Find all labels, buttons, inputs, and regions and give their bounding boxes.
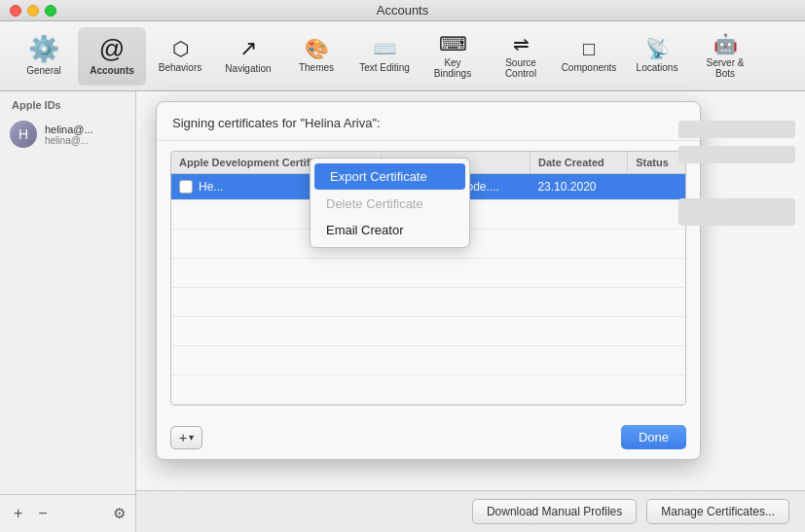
add-icon: +: [179, 430, 187, 445]
window-title: Accounts: [377, 3, 428, 18]
toolbar-item-key-bindings[interactable]: ⌨ Key Bindings: [419, 27, 487, 86]
server-bots-icon: 🤖: [714, 34, 738, 53]
toolbar-label-key-bindings: Key Bindings: [424, 57, 481, 79]
source-control-icon: ⇌: [513, 34, 530, 53]
toolbar-item-server-bots[interactable]: 🤖 Server & Bots: [691, 27, 759, 86]
toolbar-label-text-editing: Text Editing: [359, 62, 410, 73]
cert-name: He...: [199, 180, 223, 194]
add-certificate-button[interactable]: + ▾: [170, 426, 202, 449]
maximize-button[interactable]: [45, 5, 56, 17]
minimize-button[interactable]: [27, 5, 39, 17]
placeholder-2: [678, 146, 795, 163]
placeholder-1: [678, 121, 795, 138]
avatar-char: H: [18, 126, 28, 142]
traffic-lights: [10, 5, 56, 17]
behaviors-icon: ⬡: [172, 39, 189, 58]
components-icon: □: [583, 39, 595, 58]
toolbar-item-accounts[interactable]: @ Accounts: [78, 27, 146, 86]
placeholder-3: [678, 198, 795, 226]
themes-icon: 🎨: [305, 39, 329, 58]
toolbar-label-source-control: Source Control: [493, 57, 549, 79]
table-row-empty-7: [171, 375, 685, 405]
toolbar-label-accounts: Accounts: [90, 65, 134, 76]
table-row-empty-6: [171, 346, 685, 375]
right-placeholders: [678, 121, 795, 226]
context-menu-item-email[interactable]: Email Creator: [311, 217, 469, 243]
cert-checkbox[interactable]: [179, 180, 193, 194]
close-button[interactable]: [10, 5, 21, 17]
toolbar-label-components: Components: [562, 62, 617, 73]
context-menu-item-delete: Delete Certificate: [311, 191, 469, 217]
manage-certificates-button[interactable]: Manage Certificates...: [646, 499, 789, 524]
context-menu-item-export[interactable]: Export Certificate: [314, 163, 465, 190]
toolbar-label-general: General: [26, 65, 61, 76]
locations-icon: 📡: [645, 39, 670, 58]
toolbar-item-components[interactable]: □ Components: [555, 27, 623, 86]
accounts-icon: @: [99, 36, 125, 61]
navigation-icon: ↗: [239, 38, 257, 59]
toolbar-item-text-editing[interactable]: ⌨️ Text Editing: [350, 27, 419, 86]
sidebar: Apple IDs H helina@... helina@... + − ⚙: [0, 91, 136, 532]
add-account-button[interactable]: +: [10, 503, 26, 524]
dialog-area: Signing certificates for "Helina Ariva":…: [136, 91, 805, 490]
toolbar-label-themes: Themes: [299, 62, 334, 73]
toolbar-item-behaviors[interactable]: ⬡ Behaviors: [146, 27, 214, 86]
remove-account-button[interactable]: −: [34, 503, 51, 524]
toolbar-label-server-bots: Server & Bots: [697, 57, 753, 79]
main-content: Apple IDs H helina@... helina@... + − ⚙ …: [0, 91, 805, 532]
sidebar-bottom: + − ⚙: [0, 494, 135, 532]
user-name: helina@...: [45, 124, 93, 135]
col-header-date: Date Created: [530, 152, 627, 174]
sidebar-section-header: Apple IDs: [0, 91, 135, 115]
panel: Signing certificates for "Helina Ariva":…: [136, 91, 805, 532]
context-menu: Export Certificate Delete Certificate Em…: [310, 158, 470, 248]
done-button[interactable]: Done: [621, 425, 686, 449]
general-icon: ⚙️: [28, 36, 59, 61]
dropdown-arrow-icon: ▾: [189, 432, 194, 443]
user-info: helina@... helina@...: [45, 124, 93, 146]
titlebar: Accounts: [0, 0, 805, 21]
text-editing-icon: ⌨️: [373, 39, 397, 58]
toolbar-item-source-control[interactable]: ⇌ Source Control: [487, 27, 555, 86]
toolbar-item-themes[interactable]: 🎨 Themes: [282, 27, 350, 86]
cert-date-cell: 23.10.2020: [530, 174, 627, 200]
toolbar-label-navigation: Navigation: [225, 63, 271, 74]
avatar: H: [10, 121, 37, 148]
user-email: helina@...: [45, 135, 93, 146]
toolbar-label-behaviors: Behaviors: [159, 62, 201, 73]
download-manual-profiles-button[interactable]: Download Manual Profiles: [472, 499, 637, 524]
table-row-empty-3: [171, 259, 685, 288]
toolbar-item-general[interactable]: ⚙️ General: [10, 27, 78, 86]
bottom-bar: Download Manual Profiles Manage Certific…: [136, 490, 805, 532]
toolbar-item-navigation[interactable]: ↗ Navigation: [214, 27, 282, 86]
modal-toolbar: + ▾ Done: [157, 415, 700, 459]
gear-icon[interactable]: ⚙: [113, 505, 126, 522]
key-bindings-icon: ⌨: [439, 34, 467, 53]
signing-certificates-modal: Signing certificates for "Helina Ariva":…: [156, 101, 701, 460]
modal-header: Signing certificates for "Helina Ariva":: [157, 102, 700, 141]
table-row-empty-4: [171, 288, 685, 317]
toolbar-label-locations: Locations: [637, 62, 678, 73]
toolbar-item-locations[interactable]: 📡 Locations: [623, 27, 691, 86]
table-row-empty-5: [171, 317, 685, 346]
sidebar-item-user[interactable]: H helina@... helina@...: [0, 115, 135, 154]
col-header-status: Status: [628, 152, 685, 174]
toolbar: ⚙️ General @ Accounts ⬡ Behaviors ↗ Navi…: [0, 21, 805, 91]
cert-status-cell: [628, 174, 685, 200]
